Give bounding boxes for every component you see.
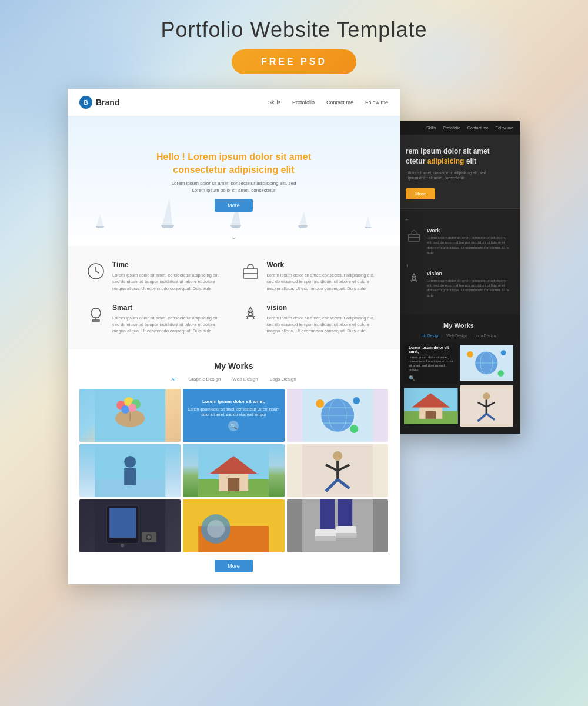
nav-link-protofolio[interactable]: Protofolio xyxy=(292,99,315,105)
brand-label: Brand xyxy=(96,98,119,107)
feature-vision-content: vision Lorem ipsum dolor sit amet, conse… xyxy=(267,304,383,335)
dt-nav-follow[interactable]: Folow me xyxy=(496,126,513,130)
page-title: Portfolio Website Template xyxy=(0,18,588,42)
svg-point-72 xyxy=(483,393,490,400)
feature-work-title: Work xyxy=(267,261,383,269)
hull-2 xyxy=(161,225,174,228)
portfolio-item-8 xyxy=(183,499,284,552)
nav-link-skills[interactable]: Skills xyxy=(268,99,280,105)
dark-features: e Work Lorem ipsum dolor sit amet, conse… xyxy=(397,209,520,315)
hero-highlight: adipisicing xyxy=(229,165,279,175)
svg-point-4 xyxy=(249,312,252,316)
overlay-text: Lorem ipsum dolor sit amet, consectetur … xyxy=(188,407,279,417)
svg-point-10 xyxy=(121,405,129,414)
portfolio-item-overlay: Lorem ipsum dolor sit amet, Lorem ipsum … xyxy=(183,389,284,442)
svg-point-21 xyxy=(350,425,358,433)
scroll-indicator: ⌄ xyxy=(230,232,238,241)
portfolio-grid: Lorem ipsum dolor sit amet, Lorem ipsum … xyxy=(79,389,388,552)
svg-point-32 xyxy=(333,451,342,461)
dark-hero-sub: r dolor sit amet, consectetur adipisicin… xyxy=(406,170,512,182)
dark-hero-btn[interactable]: More xyxy=(406,188,435,199)
dark-vision-text: Lorem ipsum dolor sit amet, consectetur … xyxy=(427,278,512,298)
template-light: B Brand Skills Protofolio Contact me Fol… xyxy=(68,89,400,584)
portfolio-filters: All Graphic Design Web Design Logo Desig… xyxy=(79,377,388,382)
hull-5 xyxy=(365,227,372,228)
brand-icon: B xyxy=(79,96,92,109)
hero-title-line1: Hello ! Lorem ipsum dolor sit amet xyxy=(156,152,311,162)
sailboat-1 xyxy=(96,214,104,228)
svg-rect-30 xyxy=(228,478,239,491)
dt-filter-logo[interactable]: Logo Design xyxy=(475,334,496,338)
dark-portfolio-item-4 xyxy=(460,385,514,427)
portfolio-title: My Works xyxy=(79,361,388,371)
light-features: Time Lorem ipsum dolor sit amet, consect… xyxy=(68,246,400,349)
svg-point-65 xyxy=(497,370,503,376)
dark-portfolio-title: My Works xyxy=(404,322,513,329)
feature-work: Work Lorem ipsum dolor sit amet, consect… xyxy=(240,261,383,292)
svg-point-11 xyxy=(128,404,136,412)
feature-smart: Smart Lorem ipsum dolor sit amet, consec… xyxy=(85,304,228,335)
feature-smart-title: Smart xyxy=(112,304,228,312)
hull-3 xyxy=(230,225,241,228)
feature-time-text: Lorem ipsum dolor sit amet, consectetur … xyxy=(112,272,228,292)
svg-point-64 xyxy=(500,350,506,355)
vision-icon xyxy=(240,304,261,325)
svg-point-58 xyxy=(413,277,416,280)
filter-web[interactable]: Web Design xyxy=(232,377,258,382)
feature-time-title: Time xyxy=(112,261,228,269)
portfolio-item-9 xyxy=(287,499,388,552)
dt-nav-contact[interactable]: Contact me xyxy=(467,126,489,130)
filter-all[interactable]: All xyxy=(171,377,176,382)
dark-nav: Skills Protofolio Contact me Folow me xyxy=(397,121,520,135)
nav-link-contact[interactable]: Contact me xyxy=(326,99,353,105)
dark-portfolio-item-2 xyxy=(460,342,514,384)
dt-filter-graphic[interactable]: hic Design xyxy=(422,334,439,338)
svg-point-41 xyxy=(121,544,124,547)
dt-nav-skills[interactable]: Skills xyxy=(426,126,436,130)
dark-vision-icon xyxy=(406,271,422,287)
dark-hero: rem ipsum dolor sit amet ctetur adipisic… xyxy=(397,135,520,209)
dark-work-icon xyxy=(406,228,422,244)
dark-partial-feature2: rt xyxy=(406,264,512,268)
feature-time-content: Time Lorem ipsum dolor sit amet, consect… xyxy=(112,261,228,292)
more-button[interactable]: More xyxy=(215,560,253,572)
time-icon xyxy=(85,261,106,282)
dark-work-text: Lorem ipsum dolor sit amet, consectetur … xyxy=(427,235,512,255)
hull xyxy=(96,226,104,228)
sailboat-5 xyxy=(365,216,372,228)
template-dark: Skills Protofolio Contact me Folow me re… xyxy=(397,121,520,434)
smart-icon xyxy=(85,304,106,325)
light-hero: Hello ! Lorem ipsum dolor sit amet conse… xyxy=(68,116,400,246)
work-icon xyxy=(240,261,261,282)
dark-portfolio-item-3 xyxy=(404,385,458,427)
dt-filter-web[interactable]: Web Design xyxy=(446,334,467,338)
page-header: Portfolio Website Template FREE PSD xyxy=(0,0,588,83)
svg-point-63 xyxy=(467,351,473,357)
filter-logo[interactable]: Logo Design xyxy=(270,377,296,382)
filter-graphic[interactable]: Graphic Design xyxy=(188,377,220,382)
dark-feature-work: Work Lorem ipsum dolor sit amet, consect… xyxy=(406,228,512,255)
portfolio-item-5 xyxy=(183,444,284,497)
hero-subtitle: Lorem ipsum dolor sit amet, consectetur … xyxy=(146,180,322,194)
dt-nav-protofolio[interactable]: Protofolio xyxy=(443,126,460,130)
templates-container: B Brand Skills Protofolio Contact me Fol… xyxy=(0,83,588,590)
svg-rect-50 xyxy=(320,499,335,529)
feature-vision-title: vision xyxy=(267,304,383,312)
light-nav: B Brand Skills Protofolio Contact me Fol… xyxy=(68,89,400,116)
hero-title-line2: consectetur xyxy=(173,165,229,175)
hero-text: Hello ! Lorem ipsum dolor sit amet conse… xyxy=(146,151,322,212)
feature-time: Time Lorem ipsum dolor sit amet, consect… xyxy=(85,261,228,292)
svg-point-24 xyxy=(124,456,136,468)
feature-work-text: Lorem ipsum dolor sit amet, consectetur … xyxy=(267,272,383,292)
dark-vision-title: vision xyxy=(427,271,512,277)
nav-link-follow[interactable]: Folow me xyxy=(365,99,388,105)
hero-more-button[interactable]: More xyxy=(215,199,253,212)
svg-rect-54 xyxy=(315,536,336,541)
search-icon: 🔍 xyxy=(228,421,239,431)
portfolio-item-1 xyxy=(79,389,181,442)
dark-overlay-title: Lorem ipsum dolor sit amet, xyxy=(409,345,453,354)
dark-portfolio-filters: hic Design Web Design Logo Design xyxy=(404,334,513,338)
features-grid: Time Lorem ipsum dolor sit amet, consect… xyxy=(85,261,382,335)
dark-partial-feature: e xyxy=(406,218,512,222)
svg-rect-40 xyxy=(109,508,136,538)
